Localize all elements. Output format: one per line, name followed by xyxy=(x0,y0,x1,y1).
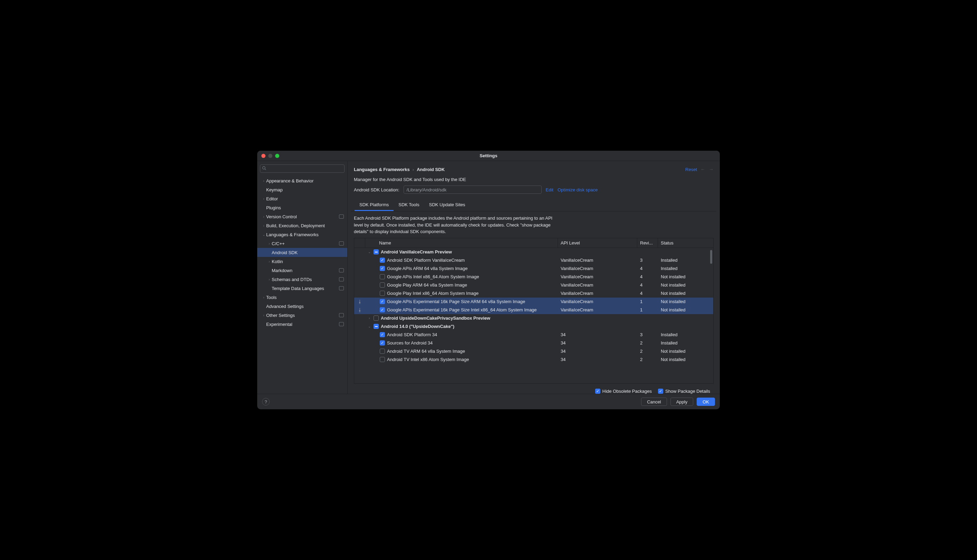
tree-item-label: Editor xyxy=(266,196,344,202)
tree-item[interactable]: ›Editor xyxy=(257,194,347,203)
ok-button[interactable]: OK xyxy=(697,398,715,406)
table-header: Name API Level Revi... Status xyxy=(354,238,713,248)
row-checkbox[interactable] xyxy=(373,324,379,329)
tree-item[interactable]: Plugins xyxy=(257,203,347,212)
row-name-cell: ⌄Android 14.0 ("UpsideDownCake") xyxy=(365,324,558,329)
row-api-level: VanillaIceCream xyxy=(558,291,637,296)
project-scope-icon xyxy=(339,313,344,317)
show-details-label: Show Package Details xyxy=(665,388,710,394)
tab[interactable]: SDK Update Sites xyxy=(424,199,470,211)
help-button[interactable]: ? xyxy=(262,398,269,405)
table-group-row[interactable]: ⌄Android 14.0 ("UpsideDownCake") xyxy=(354,322,713,331)
row-status: Installed xyxy=(658,266,713,271)
table-row[interactable]: Google Play ARM 64 v8a System ImageVanil… xyxy=(354,281,713,289)
table-row[interactable]: ✓Sources for Android 34342Installed xyxy=(354,339,713,347)
row-label: Android TV Intel x86 Atom System Image xyxy=(387,357,469,362)
row-checkbox[interactable]: ✓ xyxy=(380,299,385,304)
tree-item[interactable]: ›C/C++ xyxy=(257,239,347,248)
tree-item[interactable]: Markdown xyxy=(257,266,347,275)
table-group-row[interactable]: ›Android UpsideDownCakePrivacySandbox Pr… xyxy=(354,314,713,322)
row-revision: 4 xyxy=(637,266,658,271)
row-checkbox[interactable] xyxy=(380,357,385,362)
chevron-icon: › xyxy=(261,197,266,201)
nav-forward-icon[interactable]: → xyxy=(709,167,714,172)
cancel-button[interactable]: Cancel xyxy=(641,398,667,406)
row-checkbox[interactable]: ✓ xyxy=(380,332,385,337)
optimize-disk-link[interactable]: Optimize disk space xyxy=(557,187,597,192)
row-checkbox[interactable] xyxy=(380,274,385,279)
reset-link[interactable]: Reset xyxy=(685,167,697,172)
row-checkbox[interactable] xyxy=(380,348,385,354)
nav-back-icon[interactable]: ← xyxy=(701,167,705,172)
tree-item-label: Experimental xyxy=(266,322,339,327)
table-row[interactable]: Android TV ARM 64 v8a System Image342Not… xyxy=(354,347,713,355)
project-scope-icon xyxy=(339,286,344,290)
tab[interactable]: SDK Platforms xyxy=(355,199,393,211)
row-checkbox[interactable] xyxy=(373,315,379,321)
row-checkbox[interactable] xyxy=(380,282,385,288)
table-row[interactable]: ⭳✓Google APIs Experimental 16k Page Size… xyxy=(354,306,713,314)
window-body: ›Appearance & BehaviorKeymap›EditorPlugi… xyxy=(257,161,720,394)
show-details-option[interactable]: ✓ Show Package Details xyxy=(658,388,710,394)
tree-item-label: Plugins xyxy=(266,205,344,210)
row-label: Android SDK Platform 34 xyxy=(387,332,437,337)
tree-item[interactable]: Experimental xyxy=(257,320,347,328)
download-icon: ⭳ xyxy=(358,307,362,312)
row-checkbox[interactable] xyxy=(380,291,385,296)
row-revision: 4 xyxy=(637,291,658,296)
col-api-level[interactable]: API Level xyxy=(558,238,637,248)
table-row[interactable]: Google APIs Intel x86_64 Atom System Ima… xyxy=(354,273,713,281)
table-row[interactable]: ✓Android SDK Platform VanillaIceCreamVan… xyxy=(354,256,713,265)
hide-obsolete-checkbox[interactable]: ✓ xyxy=(595,388,601,394)
scrollbar-thumb[interactable] xyxy=(710,250,712,264)
show-details-checkbox[interactable]: ✓ xyxy=(658,388,663,394)
search-icon xyxy=(262,166,266,172)
table-row[interactable]: Google Play Intel x86_64 Atom System Ima… xyxy=(354,289,713,298)
col-name[interactable]: Name xyxy=(365,238,558,248)
table-group-row[interactable]: ⌄Android VanillaIceCream Preview xyxy=(354,248,713,256)
tree-item[interactable]: ›Kotlin xyxy=(257,257,347,266)
expand-icon[interactable]: › xyxy=(367,316,371,320)
tree-item[interactable]: Android SDK xyxy=(257,248,347,257)
row-status: Not installed xyxy=(658,274,713,279)
subtitle: Manager for the Android SDK and Tools us… xyxy=(348,172,720,185)
row-checkbox[interactable]: ✓ xyxy=(380,340,385,345)
tree-item[interactable]: ›Version Control xyxy=(257,212,347,221)
row-checkbox[interactable]: ✓ xyxy=(380,258,385,263)
chevron-icon: › xyxy=(267,278,272,282)
apply-button[interactable]: Apply xyxy=(671,398,694,406)
tree-item[interactable]: ›Tools xyxy=(257,293,347,302)
col-status[interactable]: Status xyxy=(658,238,713,248)
project-scope-icon xyxy=(339,215,344,218)
tree-item[interactable]: Advanced Settings xyxy=(257,302,347,311)
tree-item[interactable]: ›Appearance & Behavior xyxy=(257,176,347,185)
row-checkbox[interactable]: ✓ xyxy=(380,266,385,271)
search-input[interactable] xyxy=(260,165,345,173)
table-row[interactable]: Android TV Intel x86 Atom System Image34… xyxy=(354,355,713,364)
row-revision: 1 xyxy=(637,307,658,312)
table-row[interactable]: ✓Google APIs ARM 64 v8a System ImageVani… xyxy=(354,265,713,273)
nav-arrows: ← → xyxy=(701,167,714,172)
tree-item[interactable]: ›Build, Execution, Deployment xyxy=(257,221,347,230)
tree-item-label: Advanced Settings xyxy=(266,304,344,309)
table-row[interactable]: ⭳✓Google APIs Experimental 16k Page Size… xyxy=(354,298,713,306)
row-checkbox[interactable] xyxy=(373,249,379,255)
tree-item[interactable]: ⌄Languages & Frameworks xyxy=(257,230,347,239)
tree-item[interactable]: Keymap xyxy=(257,185,347,194)
tree-item[interactable]: Template Data Languages xyxy=(257,284,347,293)
edit-location-link[interactable]: Edit xyxy=(546,187,554,192)
sdk-location-input[interactable] xyxy=(403,185,542,194)
chevron-icon: › xyxy=(261,313,266,317)
col-revision[interactable]: Revi... xyxy=(637,238,658,248)
settings-tree: ›Appearance & BehaviorKeymap›EditorPlugi… xyxy=(257,175,347,394)
tree-item[interactable]: ›Schemas and DTDs xyxy=(257,275,347,284)
row-checkbox[interactable]: ✓ xyxy=(380,307,385,312)
hide-obsolete-option[interactable]: ✓ Hide Obsolete Packages xyxy=(595,388,652,394)
expand-icon[interactable]: ⌄ xyxy=(367,250,371,254)
expand-icon[interactable]: ⌄ xyxy=(367,325,371,328)
row-label: Sources for Android 34 xyxy=(387,340,433,345)
tree-item[interactable]: ›Other Settings xyxy=(257,311,347,320)
row-label: Google APIs Intel x86_64 Atom System Ima… xyxy=(387,274,479,279)
tab[interactable]: SDK Tools xyxy=(393,199,424,211)
table-row[interactable]: ✓Android SDK Platform 34343Installed xyxy=(354,331,713,339)
